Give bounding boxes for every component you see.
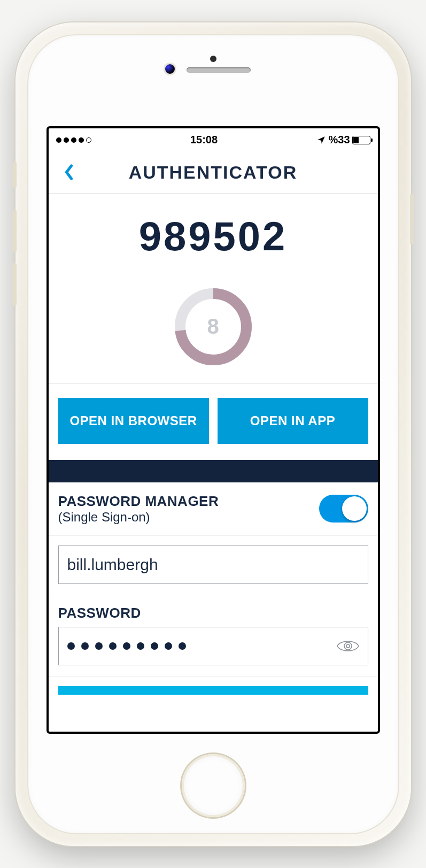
pm-subtitle: (Single Sign-on) [58, 510, 219, 525]
battery-icon [352, 136, 370, 144]
action-row: OPEN IN BROWSER OPEN IN APP [49, 384, 378, 460]
open-in-browser-button[interactable]: OPEN IN BROWSER [58, 398, 209, 444]
proximity-sensor [210, 56, 216, 62]
username-section: bill.lumbergh [49, 536, 378, 595]
svg-point-2 [346, 644, 350, 648]
countdown-timer: 8 [172, 285, 255, 368]
password-manager-row: PASSWORD MANAGER (Single Sign-on) [49, 482, 378, 536]
otp-section: 989502 8 [49, 194, 378, 384]
chevron-left-icon [64, 164, 74, 180]
username-value: bill.lumbergh [67, 556, 158, 574]
signal-strength [56, 137, 91, 143]
svg-point-1 [344, 642, 352, 650]
ear-speaker [187, 67, 251, 73]
home-button[interactable] [182, 754, 245, 817]
screen: 15:08 %33 AUTHENTICATOR 989502 [47, 126, 380, 734]
battery-percent: %33 [328, 134, 350, 146]
password-section: PASSWORD [49, 595, 378, 677]
username-input[interactable]: bill.lumbergh [58, 546, 368, 584]
clock: 15:08 [190, 134, 218, 146]
reveal-password-button[interactable] [336, 634, 360, 658]
back-button[interactable] [58, 162, 80, 183]
volume-down [12, 263, 17, 306]
open-in-app-button[interactable]: OPEN IN APP [218, 398, 368, 444]
location-icon [316, 135, 326, 145]
password-mask [67, 642, 186, 650]
phone-bezel: 15:08 %33 AUTHENTICATOR 989502 [27, 34, 399, 834]
power-button [410, 194, 414, 244]
nav-header: AUTHENTICATOR [49, 152, 378, 194]
password-input[interactable] [58, 627, 368, 665]
status-right: %33 [316, 134, 370, 146]
password-manager-toggle[interactable] [319, 495, 368, 523]
eye-icon [336, 638, 360, 654]
password-manager-label: PASSWORD MANAGER (Single Sign-on) [58, 493, 219, 525]
volume-up [12, 210, 17, 252]
status-bar: 15:08 %33 [49, 128, 378, 152]
front-camera [165, 64, 175, 74]
password-label: PASSWORD [58, 605, 368, 621]
page-title: AUTHENTICATOR [129, 162, 298, 183]
peeking-action-bar[interactable] [58, 686, 368, 695]
phone-frame: 15:08 %33 AUTHENTICATOR 989502 [16, 22, 411, 846]
pm-title: PASSWORD MANAGER [58, 493, 219, 510]
section-divider [49, 460, 378, 482]
countdown-seconds: 8 [207, 314, 219, 339]
otp-code: 989502 [139, 213, 288, 259]
mute-switch [12, 162, 17, 188]
toggle-knob [342, 496, 367, 521]
